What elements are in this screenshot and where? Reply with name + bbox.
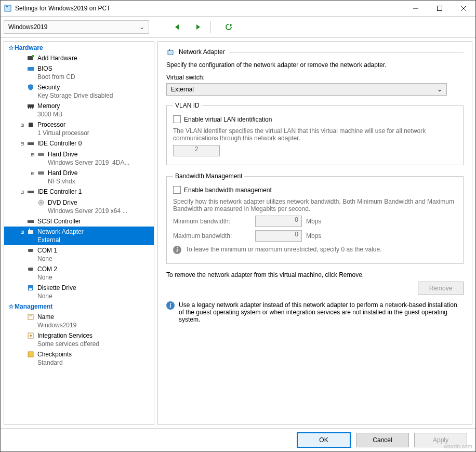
vlan-description: The VLAN identifier specifies the virtua… xyxy=(173,127,457,142)
tree-processor[interactable]: ⊞ Processor1 Virtual processor xyxy=(4,119,154,138)
memory-icon xyxy=(26,102,35,110)
tree-ide0[interactable]: ⊟ IDE Controller 0 xyxy=(4,138,154,149)
cancel-button[interactable]: Cancel xyxy=(356,433,409,447)
add-hardware-icon xyxy=(26,54,35,62)
bandwidth-description: Specify how this network adapter utilize… xyxy=(173,198,457,212)
tree-diskette[interactable]: Diskette DriveNone xyxy=(4,283,154,301)
tree-add-hardware[interactable]: Add Hardware xyxy=(4,53,154,63)
svg-rect-14 xyxy=(30,108,31,109)
svg-rect-24 xyxy=(28,230,33,234)
maximize-button[interactable] xyxy=(428,1,452,16)
svg-point-33 xyxy=(30,335,32,337)
serial-port-icon xyxy=(26,265,35,273)
svg-rect-27 xyxy=(28,268,33,271)
max-bandwidth-label: Maximum bandwidth: xyxy=(173,232,251,240)
bandwidth-enable-checkbox[interactable]: Enable bandwidth management xyxy=(173,186,457,194)
max-bandwidth-input[interactable]: 0 xyxy=(255,230,302,242)
tree-scroll[interactable]: ☆ Hardware Add Hardware BIOSBoot from CD xyxy=(4,42,154,424)
tree-security[interactable]: SecurityKey Storage Drive disabled xyxy=(4,82,154,101)
virtual-switch-label: Virtual switch: xyxy=(166,74,464,81)
svg-rect-18 xyxy=(38,153,44,156)
svg-rect-19 xyxy=(38,171,44,175)
tree-name[interactable]: NameWindows2019 xyxy=(4,312,154,330)
titlebar: Settings for Windows2019 on PCT xyxy=(1,1,475,17)
svg-rect-0 xyxy=(5,5,11,11)
svg-marker-7 xyxy=(196,24,200,30)
vm-selector-value: Windows2019 xyxy=(8,23,47,31)
close-button[interactable] xyxy=(452,1,475,16)
tree-bios[interactable]: BIOSBoot from CD xyxy=(4,63,154,82)
collapse-icon[interactable]: ⊟ xyxy=(19,139,26,148)
tree-integration-services[interactable]: Integration ServicesSome services offere… xyxy=(4,330,154,349)
expand-icon[interactable]: ⊞ xyxy=(29,169,36,178)
svg-rect-1 xyxy=(6,6,8,7)
tree-network-adapter[interactable]: ⊞ Network AdapterExternal xyxy=(4,227,154,245)
nav-back-button[interactable] xyxy=(171,21,183,33)
vm-selector[interactable]: Windows2019 ⌄ xyxy=(4,20,149,34)
toolbar: Windows2019 ⌄ xyxy=(1,17,475,38)
svg-rect-16 xyxy=(29,123,33,127)
svg-marker-8 xyxy=(230,24,232,26)
expand-icon[interactable]: ⊞ xyxy=(29,150,36,159)
serial-port-icon xyxy=(26,246,35,255)
nav-forward-button[interactable] xyxy=(192,21,204,33)
svg-rect-17 xyxy=(28,142,34,145)
remove-hint: To remove the network adapter from this … xyxy=(166,271,464,278)
floppy-icon xyxy=(26,284,35,292)
panel-description: Specify the configuration of the network… xyxy=(166,61,464,69)
bandwidth-hint: To leave the minimum or maximum unrestri… xyxy=(186,246,381,253)
panel-header: Network Adapter xyxy=(166,48,464,56)
unit-label: Mbps xyxy=(306,218,321,225)
expand-icon[interactable]: ⊞ xyxy=(19,121,26,129)
tree-com2[interactable]: COM 2None xyxy=(4,264,154,283)
info-icon: i xyxy=(173,246,181,254)
refresh-button[interactable] xyxy=(222,21,235,33)
minimize-button[interactable] xyxy=(404,1,428,16)
body: ☆ Hardware Add Hardware BIOSBoot from CD xyxy=(1,38,475,428)
hardware-section-header[interactable]: ☆ Hardware xyxy=(4,43,154,53)
svg-rect-11 xyxy=(28,67,34,71)
vlan-enable-checkbox[interactable]: Enable virtual LAN identification xyxy=(173,115,457,123)
watermark: wsxdn.com xyxy=(444,443,472,449)
separator xyxy=(210,21,211,33)
tree-memory[interactable]: Memory3000 MB xyxy=(4,101,154,119)
tree-com1[interactable]: COM 1None xyxy=(4,245,154,264)
chevron-down-icon: ⌄ xyxy=(139,23,144,31)
min-bandwidth-label: Minimum bandwidth: xyxy=(173,218,251,225)
management-section-header[interactable]: ☆ Management xyxy=(4,301,154,312)
vlan-legend: VLAN ID xyxy=(173,102,202,109)
svg-rect-30 xyxy=(28,314,33,320)
tree-ide1[interactable]: ⊟ IDE Controller 1 xyxy=(4,187,154,197)
chip-icon xyxy=(26,64,35,73)
vlan-id-input[interactable]: 2 xyxy=(173,145,220,156)
collapse-icon[interactable]: ⊟ xyxy=(19,188,26,196)
window-title: Settings for Windows2019 on PCT xyxy=(15,5,110,12)
controller-icon xyxy=(26,188,35,196)
tree-checkpoints[interactable]: CheckpointsStandard xyxy=(4,349,154,368)
svg-rect-10 xyxy=(32,55,34,57)
dialog-footer: OK Cancel Apply xyxy=(1,428,475,451)
svg-rect-29 xyxy=(29,288,32,290)
tree-hard-drive-1[interactable]: ⊞ Hard DriveWindows Server 2019_4DA... xyxy=(4,149,154,168)
checkpoints-icon xyxy=(26,350,35,358)
hdd-icon xyxy=(36,169,46,177)
tree-dvd-drive[interactable]: DVD DriveWindows Server 2019 x64 ... xyxy=(4,197,154,216)
svg-rect-36 xyxy=(169,49,170,51)
network-adapter-icon xyxy=(26,228,35,236)
app-icon xyxy=(4,4,12,12)
remove-button[interactable]: Remove xyxy=(418,282,464,295)
min-bandwidth-input[interactable]: 0 xyxy=(255,216,302,227)
expand-icon[interactable]: ⊞ xyxy=(19,228,26,236)
tree-hard-drive-2[interactable]: ⊞ Hard DriveNFS.vhdx xyxy=(4,168,154,187)
svg-rect-13 xyxy=(28,108,29,109)
svg-rect-15 xyxy=(32,108,33,109)
cpu-icon xyxy=(26,121,35,129)
ok-button[interactable]: OK xyxy=(297,432,351,448)
virtual-switch-dropdown[interactable]: External ⌄ xyxy=(166,83,447,96)
vlan-fieldset: VLAN ID Enable virtual LAN identificatio… xyxy=(166,102,464,165)
tree-scsi[interactable]: SCSI Controller xyxy=(4,216,154,227)
chevron-down-icon: ⌄ xyxy=(437,86,442,93)
checkbox-icon xyxy=(173,186,181,194)
svg-rect-25 xyxy=(29,229,30,231)
content-panel: Network Adapter Specify the configuratio… xyxy=(157,41,472,425)
